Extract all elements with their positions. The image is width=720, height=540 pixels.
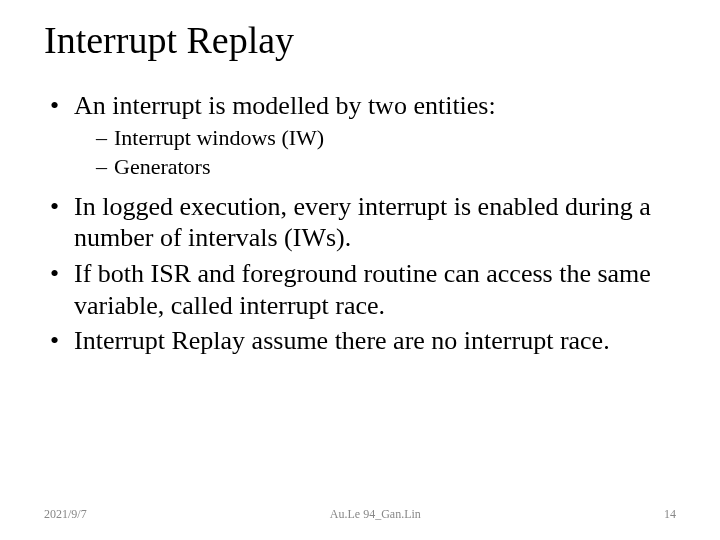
slide-title: Interrupt Replay [44,20,676,62]
bullet-text: If both ISR and foreground routine can a… [74,259,651,320]
footer: 2021/9/7 Au.Le 94_Gan.Lin 14 [0,507,720,522]
sub-bullet-text: Interrupt windows (IW) [114,125,324,150]
bullet-list: An interrupt is modelled by two entities… [44,90,676,357]
bullet-text: In logged execution, every interrupt is … [74,192,651,253]
bullet-text: Interrupt Replay assume there are no int… [74,326,610,355]
footer-page-number: 14 [664,507,676,522]
slide: Interrupt Replay An interrupt is modelle… [0,0,720,540]
sub-bullet-list: Interrupt windows (IW) Generators [74,124,672,181]
bullet-item: An interrupt is modelled by two entities… [48,90,672,181]
bullet-item: In logged execution, every interrupt is … [48,191,672,254]
bullet-item: Interrupt Replay assume there are no int… [48,325,672,357]
footer-date: 2021/9/7 [44,507,87,522]
bullet-text: An interrupt is modelled by two entities… [74,91,496,120]
bullet-item: If both ISR and foreground routine can a… [48,258,672,321]
sub-bullet-item: Generators [96,153,672,181]
sub-bullet-text: Generators [114,154,211,179]
footer-center: Au.Le 94_Gan.Lin [330,507,421,522]
sub-bullet-item: Interrupt windows (IW) [96,124,672,152]
